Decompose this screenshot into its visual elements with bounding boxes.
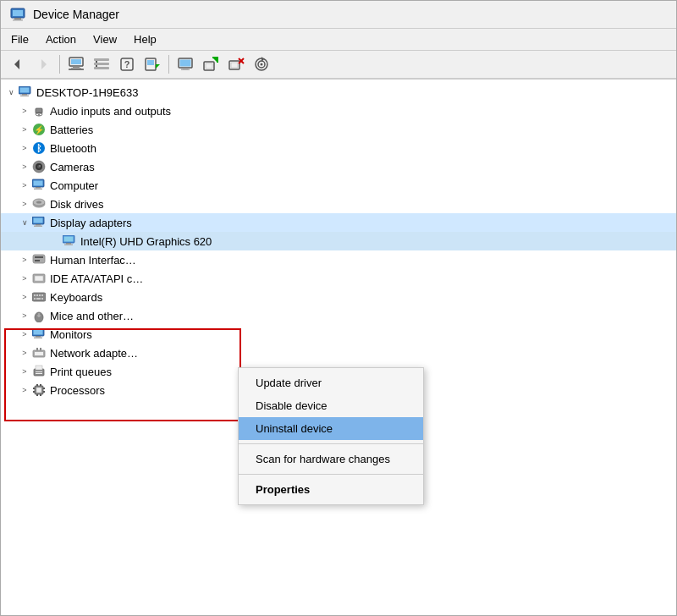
scan-button[interactable]: [250, 53, 273, 75]
svg-rect-53: [34, 189, 42, 190]
expand-disk[interactable]: >: [18, 197, 31, 211]
svg-rect-71: [34, 294, 36, 296]
context-uninstall-device[interactable]: Uninstall device: [239, 417, 423, 440]
tree-item-ide[interactable]: > IDE ATA/ATAPI c…: [1, 269, 676, 288]
tree-item-mice[interactable]: > Mice and other…: [1, 306, 676, 325]
svg-rect-98: [40, 394, 41, 396]
svg-rect-69: [35, 276, 43, 281]
svg-rect-94: [36, 388, 41, 393]
ide-label: IDE ATA/ATAPI c…: [50, 272, 676, 285]
svg-rect-84: [34, 338, 42, 339]
app-icon: [9, 6, 26, 23]
svg-marker-4: [14, 59, 19, 69]
svg-rect-1: [13, 10, 23, 16]
network-icon: [31, 345, 47, 360]
context-update-driver[interactable]: Update driver: [239, 371, 423, 394]
svg-rect-82: [34, 330, 43, 335]
view-devices-type-button[interactable]: [64, 53, 88, 75]
menu-view[interactable]: View: [86, 30, 124, 48]
expand-ide[interactable]: >: [18, 272, 31, 285]
tree-item-network[interactable]: > Network adapte…: [1, 344, 676, 362]
svg-rect-62: [64, 237, 74, 242]
tree-item-cameras[interactable]: > Cameras: [1, 157, 676, 176]
processors-icon: [31, 382, 47, 398]
expand-cameras[interactable]: >: [18, 160, 31, 173]
tree-item-display[interactable]: ∨ Display adapters: [1, 213, 676, 232]
svg-rect-52: [36, 187, 41, 189]
svg-rect-3: [13, 19, 23, 21]
monitor-button[interactable]: [173, 53, 197, 75]
tree-item-hid[interactable]: > Human Interfac…: [1, 250, 676, 269]
svg-rect-75: [34, 298, 36, 300]
tree-item-monitors[interactable]: > Monitors: [1, 325, 676, 344]
expand-mice[interactable]: >: [18, 309, 31, 322]
svg-rect-90: [36, 371, 42, 372]
toolbar-sep-1: [59, 55, 60, 74]
svg-rect-86: [35, 352, 43, 355]
batteries-icon: ⚡: [31, 122, 47, 137]
context-menu: Update driver Disable device Uninstall d…: [238, 367, 424, 505]
context-properties[interactable]: Properties: [239, 478, 423, 501]
tree-item-computer[interactable]: > Computer: [1, 176, 676, 195]
svg-rect-65: [33, 255, 45, 263]
tree-root[interactable]: ∨ DESKTOP-1H9E633: [1, 83, 676, 102]
device-manager-window: Device Manager File Action View Help: [0, 0, 677, 616]
expand-bluetooth[interactable]: >: [18, 141, 31, 155]
title-bar: Device Manager: [1, 1, 676, 29]
expand-monitors[interactable]: >: [18, 327, 31, 341]
svg-rect-36: [20, 88, 30, 93]
gpu-icon: [62, 234, 77, 249]
expand-processors[interactable]: >: [18, 383, 31, 397]
svg-rect-58: [34, 218, 43, 223]
expand-batteries[interactable]: >: [18, 123, 31, 136]
monitors-icon: [31, 327, 47, 342]
mice-label: Mice and other…: [50, 310, 676, 322]
svg-rect-83: [36, 336, 41, 338]
expand-display[interactable]: ∨: [18, 216, 31, 229]
expand-audio[interactable]: >: [18, 104, 31, 118]
svg-marker-5: [41, 59, 47, 69]
svg-rect-99: [33, 388, 35, 389]
svg-rect-87: [36, 348, 38, 350]
svg-rect-97: [36, 394, 38, 396]
context-disable-device[interactable]: Disable device: [239, 394, 423, 417]
menu-help[interactable]: Help: [127, 30, 163, 48]
disk-label: Disk drives: [50, 198, 676, 211]
context-scan-hardware[interactable]: Scan for hardware changes: [239, 448, 423, 470]
svg-rect-100: [33, 391, 35, 393]
monitors-label: Monitors: [50, 328, 676, 341]
menu-file[interactable]: File: [4, 30, 36, 48]
add-driver-button[interactable]: [199, 53, 223, 75]
tree-item-batteries[interactable]: > ⚡ Batteries: [1, 120, 676, 139]
svg-rect-66: [35, 256, 43, 258]
tree-item-audio[interactable]: > Audio inputs and outputs: [1, 102, 676, 120]
back-button[interactable]: [6, 53, 30, 75]
run-action-button[interactable]: [140, 53, 164, 75]
toolbar: ?: [1, 51, 676, 80]
tree-item-keyboards[interactable]: > Keyboards: [1, 288, 676, 306]
help-button[interactable]: ?: [115, 53, 139, 75]
context-separator: [239, 443, 423, 444]
ide-icon: [31, 271, 47, 286]
display-label: Display adapters: [50, 217, 676, 229]
tree-item-bluetooth[interactable]: > ᛒ Bluetooth: [1, 139, 676, 157]
remove-button[interactable]: [224, 53, 248, 75]
hid-icon: [31, 252, 47, 267]
cameras-icon: [31, 159, 47, 174]
tree-item-disk[interactable]: > Disk drives: [1, 195, 676, 213]
svg-rect-29: [231, 63, 238, 68]
expand-root[interactable]: ∨: [4, 85, 18, 99]
tree-item-gpu[interactable]: Intel(R) UHD Graphics 620: [1, 232, 676, 250]
svg-rect-51: [34, 181, 43, 186]
bluetooth-icon: ᛒ: [31, 140, 47, 156]
expand-computer[interactable]: >: [18, 179, 31, 192]
view-devices-connection-button[interactable]: [90, 53, 113, 75]
expand-hid[interactable]: >: [18, 253, 31, 267]
expand-print[interactable]: >: [18, 365, 31, 378]
svg-rect-102: [43, 391, 45, 393]
menu-action[interactable]: Action: [39, 30, 83, 48]
bluetooth-label: Bluetooth: [50, 142, 676, 155]
expand-keyboards[interactable]: >: [18, 290, 31, 304]
forward-button[interactable]: [31, 53, 55, 75]
expand-network[interactable]: >: [18, 346, 31, 360]
